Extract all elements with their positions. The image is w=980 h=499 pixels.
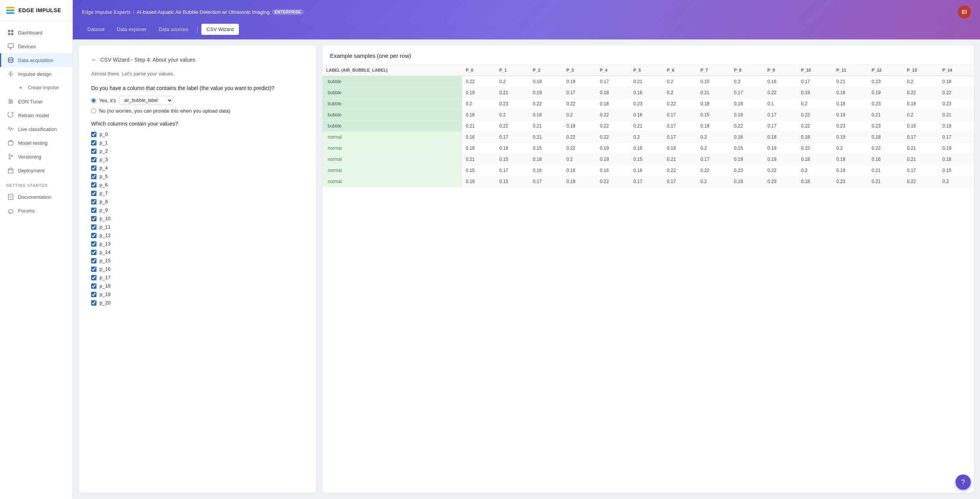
sidebar-item-forums[interactable]: Forums [0,204,72,218]
checkbox-p_5[interactable] [91,174,96,179]
sidebar-item-documentation[interactable]: Documentation [0,190,72,204]
value-cell: 0.18 [663,143,697,154]
checkbox-item-p_11[interactable]: p_11 [91,224,304,230]
subnav-data-explorer[interactable]: Data explorer [111,24,152,35]
checkbox-p_18[interactable] [91,283,96,289]
message-circle-icon [7,207,14,214]
value-cell: 0.19 [730,154,764,165]
checkbox-item-p_6[interactable]: p_6 [91,182,304,188]
checkbox-p_1[interactable] [91,140,96,146]
checkbox-item-p_16[interactable]: p_16 [91,266,304,272]
checkbox-item-p_7[interactable]: p_7 [91,190,304,196]
checkbox-p_16[interactable] [91,267,96,272]
value-cell: 0.21 [697,87,730,98]
checkbox-p_12[interactable] [91,233,96,238]
checkbox-p_15[interactable] [91,258,96,263]
checkbox-p_8[interactable] [91,199,96,205]
checkbox-item-p_8[interactable]: p_8 [91,199,304,205]
sidebar-item-create-impulse[interactable]: Create impulse [0,81,72,95]
svg-point-17 [9,154,10,155]
value-cell: 0.18 [764,132,797,143]
value-cell: 0.2 [663,87,697,98]
label-column-select[interactable]: air_bubble_label [119,96,173,105]
label-cell: normal [322,143,462,154]
checkbox-item-p_14[interactable]: p_14 [91,249,304,255]
checkbox-item-p_17[interactable]: p_17 [91,275,304,280]
checkbox-item-p_13[interactable]: p_13 [91,241,304,247]
checkbox-label-p_14: p_14 [100,249,111,255]
sample-table-container[interactable]: LABEL (AIR_BUBBLE_LABEL)P_0P_1P_2P_3P_4P… [322,65,974,493]
checkbox-p_10[interactable] [91,216,96,221]
value-cell: 0.19 [833,132,868,143]
sidebar-item-data-acquisition[interactable]: Data acquisition [0,53,72,67]
sidebar-item-dashboard[interactable]: Dashboard [0,26,72,39]
checkbox-item-p_9[interactable]: p_9 [91,207,304,213]
svg-rect-1 [11,30,13,32]
checkbox-p_0[interactable] [91,132,96,137]
sidebar-item-devices[interactable]: Devices [0,39,72,53]
col-header-p_6: P_6 [663,65,697,76]
checkbox-p_6[interactable] [91,182,96,188]
checkbox-item-p_4[interactable]: p_4 [91,165,304,171]
sidebar-item-impulse-design[interactable]: Impulse design [0,67,72,81]
value-cell: 0.22 [903,176,938,187]
checkbox-item-p_3[interactable]: p_3 [91,157,304,162]
checkbox-item-p_19[interactable]: p_19 [91,291,304,297]
checkbox-p_17[interactable] [91,275,96,280]
col-header-p_0: P_0 [462,65,496,76]
checkbox-p_2[interactable] [91,149,96,154]
radio-yes-label[interactable]: Yes, it's air_bubble_label [91,96,304,105]
value-cell: 0.21 [630,76,663,87]
checkbox-p_3[interactable] [91,157,96,162]
checkbox-item-p_10[interactable]: p_10 [91,216,304,221]
col-header-p_1: P_1 [495,65,529,76]
radio-yes-input[interactable] [91,98,96,103]
sidebar-item-live-classification[interactable]: Live classification [0,122,72,136]
subnav-csv-wizard[interactable]: CSV Wizard [201,24,239,35]
value-cell: 0.16 [630,143,663,154]
value-cell: 0.15 [730,143,764,154]
checkbox-item-p_18[interactable]: p_18 [91,283,304,289]
sidebar-item-retrain-model[interactable]: Retrain model [0,108,72,122]
value-cell: 0.22 [764,165,797,176]
checkbox-item-p_15[interactable]: p_15 [91,258,304,263]
checkbox-item-p_2[interactable]: p_2 [91,148,304,154]
checkbox-p_14[interactable] [91,250,96,255]
sidebar-item-model-testing[interactable]: Model testing [0,136,72,150]
subnav-data-sources[interactable]: Data sources [154,24,194,35]
table-row: bubble0.220.20.180.190.170.210.20.150.20… [322,76,974,87]
subnav-dataset[interactable]: Dataset [82,24,110,35]
svg-rect-21 [8,169,13,173]
checkbox-p_13[interactable] [91,241,96,247]
help-button[interactable]: ? [956,474,971,490]
value-cell: 0.19 [764,143,797,154]
radio-no-input[interactable] [91,108,96,113]
sidebar-item-deployment[interactable]: Deployment [0,164,72,177]
checkbox-p_4[interactable] [91,165,96,171]
back-button[interactable]: ← CSV Wizard - Step 4: About your values [91,56,304,63]
avatar[interactable]: EI [958,5,971,18]
checkbox-item-p_0[interactable]: p_0 [91,131,304,137]
value-cell: 0.17 [596,76,630,87]
value-cell: 0.18 [797,132,832,143]
checkbox-item-p_20[interactable]: p_20 [91,300,304,306]
checkbox-p_7[interactable] [91,191,96,196]
sidebar-item-versioning[interactable]: Versioning [0,150,72,164]
checkbox-p_11[interactable] [91,224,96,230]
value-cell: 0.21 [663,154,697,165]
sidebar-item-eon-tuner[interactable]: EON Tuner [0,95,72,108]
value-cell: 0.21 [939,110,974,121]
value-cell: 0.18 [833,98,868,110]
checkbox-p_19[interactable] [91,292,96,297]
value-cell: 0.23 [495,98,529,110]
project-name: AI-based Aquatic Air Bubble Detection w/… [137,9,270,15]
checkbox-item-p_5[interactable]: p_5 [91,173,304,179]
checkbox-item-p_12[interactable]: p_12 [91,232,304,238]
value-cell: 0.18 [868,132,903,143]
zap-icon [7,70,14,77]
checkbox-item-p_1[interactable]: p_1 [91,140,304,146]
checkbox-p_9[interactable] [91,208,96,213]
checkbox-label-p_20: p_20 [100,300,111,306]
radio-no-label[interactable]: No (no worries, you can provide this whe… [91,108,304,114]
checkbox-p_20[interactable] [91,300,96,306]
